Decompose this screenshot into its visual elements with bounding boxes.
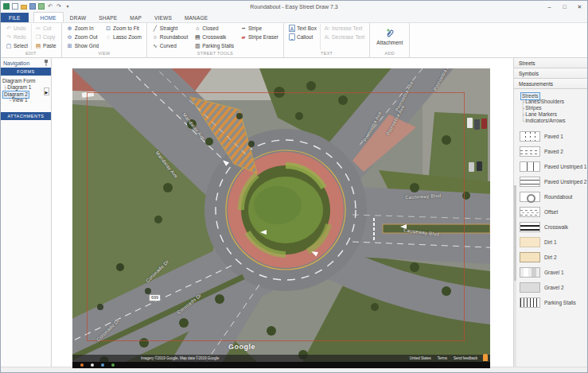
map-copyright: Imagery ©2019 Google, Map data ©2019 Goo… — [141, 356, 219, 360]
pegman-icon[interactable] — [483, 354, 488, 361]
straight-street-button[interactable]: Straight — [150, 24, 189, 33]
lasso-zoom-button[interactable]: Lasso Zoom — [103, 33, 143, 41]
list-item-gravel-1[interactable]: Gravel 1 — [514, 265, 587, 280]
zoom-to-fit-button[interactable]: Zoom to Fit — [103, 24, 143, 33]
stripe-icon — [240, 25, 247, 32]
forms-section-header[interactable]: FORMS — [1, 68, 51, 76]
category-lane-markers[interactable]: Lane Markers — [520, 111, 586, 118]
map-attribution-bar: Imagery ©2019 Google, Map data ©2019 Goo… — [72, 355, 490, 362]
list-item-roundabout[interactable]: Roundabout — [514, 189, 587, 204]
list-item-gravel-2[interactable]: Gravel 2 — [514, 280, 587, 295]
group-label-edit: EDIT — [2, 50, 60, 57]
cut-button[interactable]: Cut — [33, 24, 58, 33]
list-item-crosswalk[interactable]: Crosswalk — [514, 220, 587, 235]
select-button[interactable]: Select — [4, 41, 29, 50]
tree-item-view-1[interactable]: View 1 — [2, 97, 50, 103]
zoom-in-button[interactable]: Zoom In — [65, 24, 100, 33]
stripe-eraser-button[interactable]: Stripe Eraser — [239, 33, 280, 41]
category-streets[interactable]: Streets — [520, 92, 586, 99]
category-stripes[interactable]: Stripes — [520, 105, 586, 111]
tab-shape[interactable]: SHAPE — [92, 13, 123, 22]
title-bar: Roundabout - Easy Street Draw 7.3 — [1, 1, 587, 12]
navigation-panel: Navigation FORMS Diagram Form Diagram 1 … — [1, 58, 52, 367]
taskbar-icon-white — [91, 363, 94, 367]
redo-button[interactable]: Redo — [4, 33, 29, 41]
undo-button[interactable]: Undo — [4, 24, 29, 33]
list-item-parking-stalls[interactable]: Parking Stalls — [514, 295, 587, 310]
redo-icon — [6, 33, 12, 41]
parking-stalls-button[interactable]: Parking Stalls — [193, 41, 236, 50]
drawing-canvas[interactable]: Mandalay Ave Mandalay Ave Poinsettia Ave… — [52, 58, 513, 367]
roundabout-street-button[interactable]: Roundabout — [150, 33, 189, 41]
maximize-button[interactable] — [557, 2, 572, 12]
copy-button[interactable]: Copy — [33, 33, 58, 41]
list-item-dirt-2[interactable]: Dirt 2 — [514, 250, 587, 265]
text-box-button[interactable]: Text Box — [287, 24, 318, 33]
export-icon[interactable] — [38, 3, 45, 10]
save-icon[interactable] — [29, 3, 36, 10]
new-document-icon[interactable] — [12, 3, 18, 10]
minimize-button[interactable] — [542, 2, 557, 12]
gravel-1-thumbnail — [520, 267, 540, 278]
tree-item-diagram-1[interactable]: Diagram 1 — [2, 84, 50, 91]
tab-draw[interactable]: DRAW — [64, 13, 92, 22]
list-item-offset[interactable]: Offset — [514, 204, 587, 220]
terms-link[interactable]: Terms — [438, 356, 447, 360]
section-header-streets[interactable]: Streets — [514, 58, 587, 68]
curved-street-button[interactable]: Curved — [150, 41, 189, 50]
list-item-paved-unstriped-1[interactable]: Paved Unstriped 1 — [514, 159, 587, 174]
callout-button[interactable]: Callout — [287, 33, 318, 41]
section-header-measurements[interactable]: Measurements — [514, 79, 587, 89]
ribbon-group-text: Text Box Callout Increase Text Decrease … — [284, 23, 370, 57]
flyout-arrow-button[interactable] — [44, 87, 49, 95]
list-item-paved-unstriped-2[interactable]: Paved Unstriped 2 — [514, 174, 587, 189]
tab-map[interactable]: MAP — [123, 13, 148, 22]
tab-views[interactable]: VIEWS — [148, 13, 178, 22]
roundabout-thumbnail — [520, 192, 540, 202]
lasso-zoom-icon — [105, 33, 111, 41]
zoom-to-fit-icon — [105, 25, 111, 32]
category-indicators-arrows[interactable]: Indicators/Arrows — [520, 118, 586, 124]
attachments-section-header[interactable]: ATTACHMENTS — [1, 112, 51, 120]
show-grid-button[interactable]: Show Grid — [65, 41, 100, 50]
palette-scrollbar[interactable] — [514, 185, 516, 367]
redo-quick-icon[interactable] — [56, 3, 62, 10]
tree-item-diagram-2[interactable]: Diagram 2 — [2, 91, 50, 97]
open-folder-icon[interactable] — [21, 5, 27, 10]
attribution-region: United States — [410, 356, 431, 360]
ribbon-group-add: Attachment ADD — [370, 23, 410, 57]
window-title: Roundabout - Easy Street Draw 7.3 — [1, 4, 587, 10]
map-image[interactable]: Mandalay Ave Mandalay Ave Poinsettia Ave… — [72, 68, 490, 368]
streets-category-tree: Streets Lanes/Shoulders Stripes Lane Mar… — [514, 89, 587, 127]
list-item-dirt-1[interactable]: Dirt 1 — [514, 235, 587, 250]
quick-access-dropdown-icon[interactable] — [64, 3, 71, 10]
group-label-text: TEXT — [286, 50, 368, 57]
undo-quick-icon[interactable] — [47, 3, 53, 10]
scissors-icon — [35, 25, 41, 32]
street-type-list: Paved 1 Paved 2 Paved Unstriped 1 Paved … — [514, 127, 587, 367]
tab-home[interactable]: HOME — [33, 12, 64, 22]
select-icon — [6, 42, 12, 49]
decrease-text-button[interactable]: Decrease Text — [322, 33, 366, 41]
tree-item-diagram-form[interactable]: Diagram Form — [2, 78, 50, 84]
copy-icon — [35, 33, 41, 41]
crosswalk-button[interactable]: Crosswalk — [193, 33, 236, 41]
section-header-symbols[interactable]: Symbols — [514, 68, 587, 79]
tab-file[interactable]: FILE — [1, 13, 29, 22]
category-lanes-shoulders[interactable]: Lanes/Shoulders — [520, 99, 586, 105]
callout-icon — [289, 33, 295, 41]
list-item-paved-1[interactable]: Paved 1 — [514, 129, 587, 144]
increase-text-button[interactable]: Increase Text — [322, 24, 366, 33]
closed-street-button[interactable]: Closed — [193, 24, 236, 33]
list-item-paved-2[interactable]: Paved 2 — [514, 144, 587, 159]
zoom-out-button[interactable]: Zoom Out — [65, 33, 100, 41]
tab-manage[interactable]: MANAGE — [178, 13, 214, 22]
feedback-link[interactable]: Send feedback — [454, 356, 477, 360]
close-button[interactable] — [572, 2, 587, 12]
stripe-button[interactable]: Stripe — [239, 24, 280, 33]
pin-icon[interactable] — [44, 60, 49, 66]
text-box-icon — [289, 25, 295, 32]
attachment-button[interactable]: Attachment — [372, 24, 407, 50]
paste-button[interactable]: Paste — [33, 41, 58, 50]
increase-text-icon — [324, 25, 330, 32]
